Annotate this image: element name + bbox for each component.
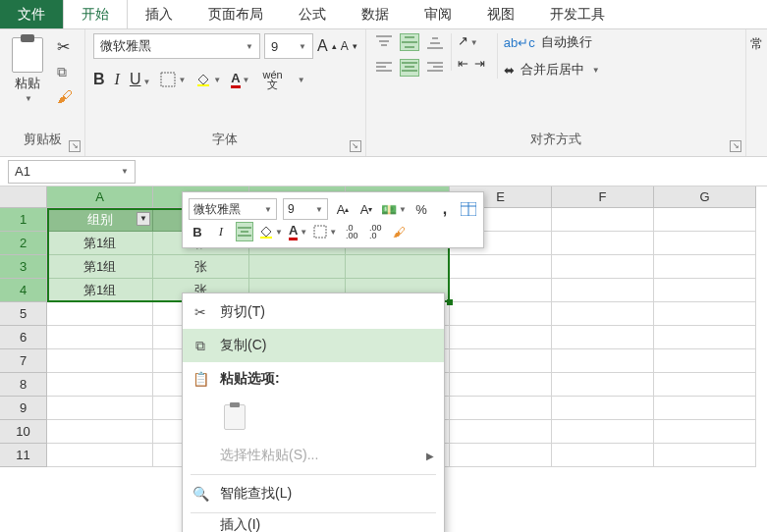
cell[interactable]	[47, 302, 153, 326]
cell[interactable]	[552, 255, 654, 279]
font-dialog-launcher[interactable]: ↘	[350, 140, 361, 152]
row-header[interactable]: 1	[0, 208, 47, 232]
paste-option-default[interactable]	[220, 400, 249, 434]
align-left-button[interactable]	[374, 59, 394, 77]
cell[interactable]	[450, 302, 552, 326]
wrap-text-button[interactable]: ab↵c自动换行	[504, 33, 600, 51]
cell[interactable]	[552, 420, 654, 444]
mini-italic-button[interactable]: I	[212, 222, 230, 241]
mini-fill-color-button[interactable]: ▼	[259, 222, 283, 241]
cell[interactable]	[552, 444, 654, 467]
copy-icon[interactable]: ⧉	[57, 64, 73, 80]
mini-increase-decimal[interactable]: .0 .00	[343, 222, 360, 241]
ctx-copy[interactable]: ⧉ 复制(C)	[183, 329, 444, 362]
mini-font-size[interactable]: 9▼	[283, 198, 328, 220]
cell[interactable]	[552, 302, 654, 326]
mini-bold-button[interactable]: B	[189, 222, 206, 241]
mini-border-button[interactable]: ▼	[313, 222, 337, 241]
cell[interactable]	[450, 279, 552, 302]
mini-currency-button[interactable]: 💵▼	[381, 199, 407, 219]
cell[interactable]	[47, 349, 153, 373]
tab-review[interactable]: 审阅	[407, 0, 469, 28]
indent-decrease-button[interactable]: ⇤	[458, 56, 468, 71]
cell[interactable]	[654, 208, 756, 232]
cell[interactable]	[346, 255, 450, 279]
paste-button[interactable]: 粘贴 ▼	[8, 33, 47, 107]
align-middle-button[interactable]	[400, 33, 419, 51]
merge-center-button[interactable]: ⬌合并后居中▼	[504, 61, 600, 79]
selection-handle[interactable]	[447, 299, 453, 305]
tab-view[interactable]: 视图	[469, 0, 532, 28]
cell[interactable]	[552, 279, 654, 302]
cell[interactable]	[654, 420, 756, 444]
ctx-smart-find[interactable]: 🔍 智能查找(L)	[183, 477, 444, 510]
row-header[interactable]: 2	[0, 232, 47, 255]
cell[interactable]	[450, 444, 552, 467]
name-box[interactable]: A1 ▼	[8, 160, 136, 184]
cell[interactable]	[450, 349, 552, 373]
cell[interactable]	[654, 255, 756, 279]
align-top-button[interactable]	[374, 33, 394, 51]
row-header[interactable]: 3	[0, 255, 47, 279]
align-right-button[interactable]	[425, 59, 445, 77]
cell[interactable]	[552, 208, 654, 232]
orientation-button[interactable]: ↗▼	[458, 33, 485, 48]
cell[interactable]	[552, 397, 654, 420]
fill-color-button[interactable]: ▼	[195, 72, 221, 87]
underline-button[interactable]: U	[130, 71, 141, 87]
cell[interactable]: 张	[153, 255, 249, 279]
ctx-cut[interactable]: ✂ 剪切(T)	[183, 295, 444, 329]
cell[interactable]	[47, 420, 153, 444]
mini-font-color-button[interactable]: A▼	[289, 222, 307, 241]
col-header-f[interactable]: F	[552, 186, 654, 208]
cell[interactable]	[450, 326, 552, 349]
tab-file[interactable]: 文件	[0, 0, 63, 28]
align-center-button[interactable]	[400, 59, 419, 77]
font-color-button[interactable]: A▼	[231, 71, 249, 88]
format-painter-icon[interactable]: 🖌	[57, 88, 73, 106]
col-header-g[interactable]: G	[654, 186, 756, 208]
cell[interactable]	[47, 373, 153, 397]
border-button[interactable]: ▼	[160, 72, 186, 87]
cell[interactable]	[552, 232, 654, 255]
cell[interactable]	[654, 373, 756, 397]
mini-comma-button[interactable]: ,	[436, 199, 454, 219]
mini-format-painter[interactable]: 🖌	[390, 222, 408, 241]
clipboard-dialog-launcher[interactable]: ↘	[69, 140, 81, 152]
row-header[interactable]: 11	[0, 444, 47, 467]
row-header[interactable]: 10	[0, 420, 47, 444]
italic-button[interactable]: I	[115, 71, 120, 88]
cell[interactable]: 第1组	[47, 232, 153, 255]
row-header[interactable]: 8	[0, 373, 47, 397]
cell[interactable]: 第1组	[47, 255, 153, 279]
cell[interactable]	[654, 279, 756, 302]
row-header[interactable]: 4	[0, 279, 47, 302]
mini-align-center-button[interactable]	[236, 222, 253, 241]
cell[interactable]	[450, 420, 552, 444]
mini-table-format-button[interactable]	[460, 199, 477, 219]
cell[interactable]: 第1组	[47, 279, 153, 302]
cell[interactable]	[654, 444, 756, 467]
cell[interactable]	[47, 444, 153, 467]
cell[interactable]	[552, 326, 654, 349]
bold-button[interactable]: B	[93, 71, 105, 88]
mini-grow-font[interactable]: A▴	[334, 199, 352, 219]
table-header-cell[interactable]: 组别▼	[47, 208, 153, 232]
tab-insert[interactable]: 插入	[128, 0, 191, 28]
cell[interactable]	[450, 255, 552, 279]
cell[interactable]	[47, 397, 153, 420]
cell[interactable]	[654, 302, 756, 326]
tab-formula[interactable]: 公式	[281, 0, 344, 28]
select-all-button[interactable]	[0, 186, 47, 208]
tab-dev[interactable]: 开发工具	[532, 0, 623, 28]
alignment-dialog-launcher[interactable]: ↘	[730, 140, 741, 152]
align-bottom-button[interactable]	[425, 33, 445, 51]
mini-shrink-font[interactable]: A▾	[357, 199, 375, 219]
grow-font-button[interactable]: A	[317, 37, 328, 55]
tab-layout[interactable]: 页面布局	[191, 0, 281, 28]
row-header[interactable]: 7	[0, 349, 47, 373]
cell[interactable]	[654, 349, 756, 373]
cell[interactable]	[654, 326, 756, 349]
cell[interactable]	[249, 255, 346, 279]
cell[interactable]	[47, 326, 153, 349]
